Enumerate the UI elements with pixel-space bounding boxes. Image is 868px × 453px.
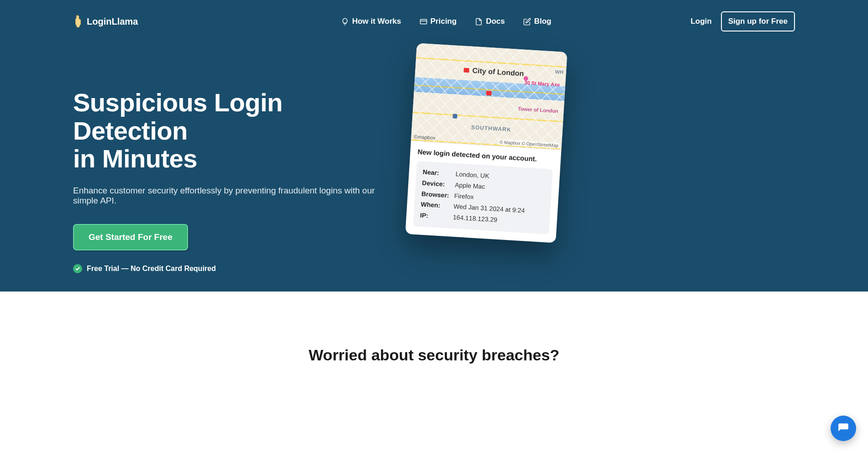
map-marker-icon — [463, 68, 469, 73]
map-image: City of London WH 30 St Mary Axe Tower o… — [411, 43, 568, 150]
nav-how-it-works[interactable]: How it Works — [341, 17, 401, 26]
trial-note-text: Free Trial — No Credit Card Required — [87, 265, 216, 273]
nav-docs[interactable]: Docs — [475, 17, 505, 26]
login-link[interactable]: Login — [690, 17, 711, 26]
nav-label: Docs — [486, 17, 505, 26]
login-details: Near: London, UK Device: Apple Mac Brows… — [413, 161, 553, 234]
nav-pricing[interactable]: Pricing — [420, 17, 457, 26]
detail-key: IP: — [420, 210, 453, 223]
map-provider-logo: ©mapbox — [414, 134, 436, 141]
map-wh-label: WH — [555, 69, 563, 75]
nav-label: How it Works — [352, 17, 401, 26]
nav-links: How it Works Pricing Docs Blog — [341, 17, 551, 26]
section-heading: Worried about security breaches? — [0, 346, 868, 364]
file-icon — [475, 18, 483, 26]
nav-actions: Login Sign up for Free — [690, 11, 795, 31]
top-nav: LoginLlama How it Works Pricing Docs Blo… — [0, 0, 868, 43]
llama-icon — [73, 15, 83, 28]
check-icon — [73, 264, 82, 273]
map-district-label: SOUTHWARK — [471, 124, 511, 133]
nav-label: Pricing — [431, 17, 457, 26]
hero-subtitle: Enhance customer security effortlessly b… — [73, 186, 402, 206]
login-alert-card: City of London WH 30 St Mary Axe Tower o… — [405, 43, 568, 243]
nav-label: Blog — [534, 17, 552, 26]
lightbulb-icon — [341, 18, 349, 26]
map-poi-label: Tower of London — [518, 106, 558, 114]
signup-button[interactable]: Sign up for Free — [721, 11, 795, 31]
card-icon — [420, 18, 427, 26]
hero-title-line2: in Minutes — [73, 144, 197, 173]
hero-title: Suspicious Login Detection in Minutes — [73, 89, 402, 173]
brand-name: LoginLlama — [87, 16, 138, 27]
nav-blog[interactable]: Blog — [523, 17, 552, 26]
map-marker-icon — [486, 91, 492, 96]
trial-note: Free Trial — No Credit Card Required — [73, 264, 402, 273]
map-city-label: City of London — [472, 67, 524, 78]
map-square-icon — [452, 114, 458, 119]
svg-rect-0 — [420, 19, 426, 24]
get-started-button[interactable]: Get Started For Free — [73, 224, 188, 250]
alert-title: New login detected on your account. — [417, 148, 553, 164]
section-worry: Worried about security breaches? — [0, 292, 868, 378]
hero-title-line1: Suspicious Login Detection — [73, 88, 283, 145]
brand[interactable]: LoginLlama — [73, 15, 138, 28]
edit-icon — [523, 18, 531, 26]
map-poi-label: 30 St Mary Axe — [524, 80, 560, 88]
hero: Suspicious Login Detection in Minutes En… — [0, 43, 868, 273]
